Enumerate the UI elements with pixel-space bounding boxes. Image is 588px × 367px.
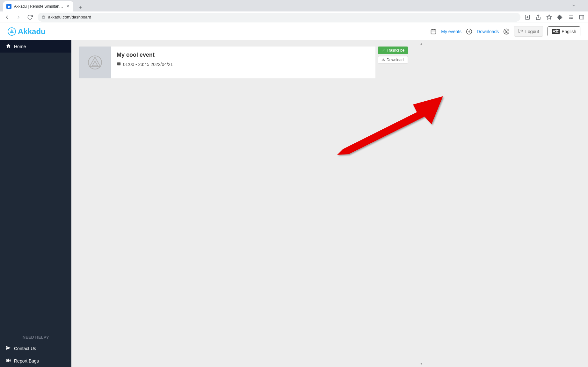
svg-marker-32: [337, 96, 443, 155]
main-content: ▴ ▾ My cool event 01:00 - 23:45 2022/0: [71, 40, 588, 367]
downloads-link[interactable]: Downloads: [477, 29, 499, 34]
bug-icon: [6, 358, 11, 364]
app-body: Home NEED HELP? Contact Us Report Bugs ▴…: [0, 40, 588, 367]
transcribe-label: Trasncribe: [387, 48, 404, 53]
brand-icon: [8, 27, 16, 36]
scroll-up-icon[interactable]: ▴: [420, 41, 422, 46]
language-label: English: [562, 29, 576, 34]
logout-label: Logout: [525, 29, 539, 34]
event-row: My cool event 01:00 - 23:45 2022/04/21: [79, 47, 580, 78]
window-controls: [571, 0, 585, 11]
tab-title: Akkadu | Remote Simultaneou: [14, 4, 63, 9]
calendar-icon: [430, 28, 437, 35]
svg-rect-1: [42, 16, 45, 18]
event-time-text: 01:00 - 23:45 2022/04/21: [123, 62, 173, 67]
svg-line-25: [10, 361, 11, 362]
url-text: akkadu.com/dashboard: [48, 15, 91, 19]
new-tab-button[interactable]: ＋: [76, 3, 85, 11]
pencil-icon: [381, 48, 385, 53]
downloads-label: Downloads: [477, 29, 499, 34]
event-time: 01:00 - 23:45 2022/04/21: [117, 61, 173, 67]
browser-toolbar: akkadu.com/dashboard: [0, 11, 588, 23]
scroll-down-icon[interactable]: ▾: [420, 361, 422, 366]
download-button[interactable]: Download: [378, 56, 408, 64]
event-title: My cool event: [117, 52, 173, 58]
language-icon: A文: [552, 29, 560, 34]
chevron-down-icon[interactable]: [571, 3, 576, 9]
install-icon[interactable]: [524, 14, 531, 20]
sidebar-item-contact[interactable]: Contact Us: [0, 342, 71, 355]
reload-button[interactable]: [26, 13, 34, 21]
browser-tab[interactable]: ◆ Akkadu | Remote Simultaneou ✕: [3, 1, 73, 11]
close-icon[interactable]: ✕: [66, 4, 70, 9]
sidebar-contact-label: Contact Us: [14, 346, 36, 351]
svg-rect-11: [431, 30, 436, 34]
sidebar: Home NEED HELP? Contact Us Report Bugs: [0, 40, 71, 367]
back-button[interactable]: [3, 13, 11, 21]
sidebar-home-label: Home: [14, 44, 26, 49]
sidebar-item-report-bugs[interactable]: Report Bugs: [0, 355, 71, 367]
sidebar-bugs-label: Report Bugs: [14, 358, 39, 363]
logout-button[interactable]: Logout: [514, 26, 543, 37]
download-label: Download: [387, 58, 403, 62]
send-icon: [6, 345, 11, 351]
my-events-label: My events: [441, 29, 461, 34]
svg-line-22: [6, 359, 7, 360]
download-circle-icon: [466, 28, 472, 35]
star-icon[interactable]: [546, 14, 552, 20]
user-icon[interactable]: [503, 28, 510, 35]
header-right: My events Downloads Logout A文 English: [430, 26, 580, 37]
browser-chrome: ◆ Akkadu | Remote Simultaneou ✕ ＋: [0, 0, 588, 23]
event-info: My cool event 01:00 - 23:45 2022/04/21: [111, 47, 178, 78]
minimize-icon[interactable]: [582, 3, 585, 8]
sidebar-item-home[interactable]: Home: [0, 40, 71, 53]
brand-logo[interactable]: Akkadu: [8, 27, 46, 36]
tab-strip: ◆ Akkadu | Remote Simultaneou ✕ ＋: [0, 0, 588, 11]
svg-point-18: [506, 30, 507, 32]
url-bar[interactable]: akkadu.com/dashboard: [38, 13, 520, 22]
favicon-icon: ◆: [6, 4, 11, 9]
event-card[interactable]: My cool event 01:00 - 23:45 2022/04/21: [79, 47, 375, 78]
need-help-label: NEED HELP?: [0, 332, 71, 342]
reading-list-icon[interactable]: [568, 14, 574, 20]
lock-icon: [41, 15, 46, 20]
svg-line-24: [6, 361, 7, 362]
extensions-icon[interactable]: [557, 14, 563, 20]
svg-point-20: [7, 359, 10, 362]
home-icon: [6, 43, 11, 49]
sidepanel-icon[interactable]: [578, 14, 585, 20]
svg-rect-9: [579, 15, 584, 19]
my-events-link[interactable]: My events: [441, 29, 461, 34]
share-icon[interactable]: [535, 14, 541, 20]
event-thumbnail: [79, 47, 111, 78]
language-button[interactable]: A文 English: [548, 26, 580, 36]
logout-icon: [518, 28, 523, 34]
event-actions: Trasncribe Download: [378, 47, 408, 64]
annotation-arrow: [331, 91, 446, 161]
svg-marker-5: [547, 15, 552, 19]
calendar-small-icon: [117, 61, 121, 67]
transcribe-button[interactable]: Trasncribe: [378, 47, 408, 54]
toolbar-right: [524, 14, 585, 20]
download-icon: [381, 58, 385, 62]
svg-line-23: [10, 359, 11, 360]
forward-button[interactable]: [15, 13, 22, 21]
brand-text: Akkadu: [18, 27, 46, 36]
app-header: Akkadu My events Downloads Logout A文 Eng…: [0, 23, 588, 40]
